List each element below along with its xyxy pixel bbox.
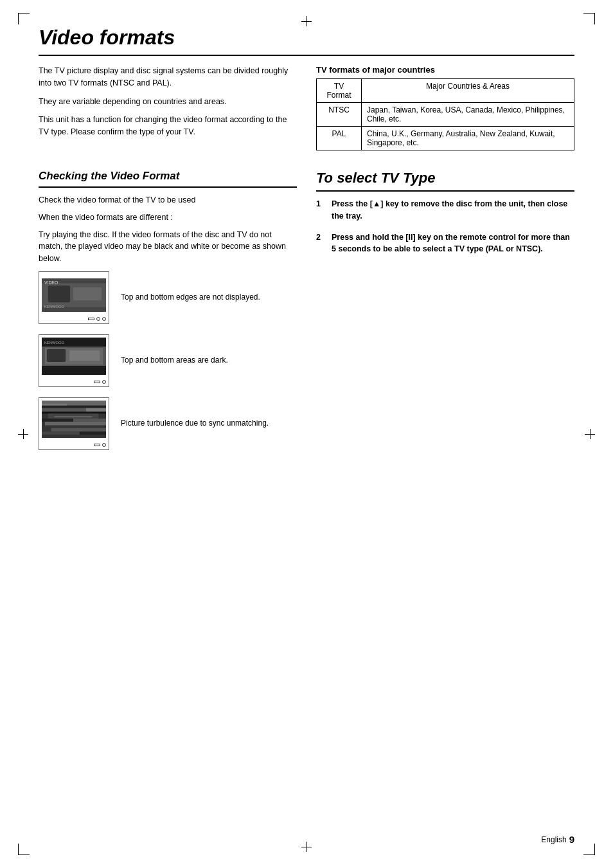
ctrl-dot	[96, 317, 100, 321]
table-header-row: TV Format Major Countries & Areas	[317, 79, 574, 103]
tv-image-2: KENWOOD	[39, 334, 109, 387]
ctrl-rect	[94, 444, 100, 446]
cross-mark-right	[585, 429, 595, 439]
svg-rect-26	[80, 431, 106, 435]
tv-example-3: Picture turbulence due to sync unmatchin…	[39, 397, 297, 450]
countries-ntsc: Japan, Taiwan, Korea, USA, Canada, Mexic…	[362, 103, 574, 127]
step-1-number: 1	[316, 198, 326, 222]
footer: English 9	[541, 834, 574, 845]
ctrl-dot	[102, 380, 106, 384]
tv-examples: VIDEO VIDEO KENWOOD	[39, 271, 297, 450]
tv-screen-inner-3	[42, 401, 106, 438]
tv-example-1: VIDEO VIDEO KENWOOD	[39, 271, 297, 324]
svg-rect-10	[47, 349, 66, 362]
svg-rect-16	[42, 408, 86, 411]
svg-rect-19	[48, 413, 98, 419]
footer-language: English	[541, 835, 566, 844]
tv-screen-3	[42, 401, 106, 438]
step-1-text: Press the [▲] key to remove the disc fro…	[332, 198, 574, 222]
checking-heading: Checking the Video Format	[39, 170, 297, 183]
svg-rect-27	[42, 404, 67, 406]
step-1: 1 Press the [▲] key to remove the disc f…	[316, 198, 574, 222]
countries-pal: China, U.K., Germany, Australia, New Zea…	[362, 127, 574, 150]
title-rule	[39, 55, 574, 56]
step-1-strong: Press the [▲] key to remove the disc fro…	[332, 199, 567, 221]
format-pal: PAL	[317, 127, 362, 150]
intro-p1: The TV picture display and disc signal s…	[39, 65, 297, 89]
tv-formats-table: TV Format Major Countries & Areas NTSC J…	[316, 78, 574, 150]
tv-controls-1	[39, 314, 109, 323]
select-tv-rule	[316, 190, 574, 192]
tv-image-3	[39, 397, 109, 450]
step-2: 2 Press and hold the [II] key on the rem…	[316, 231, 574, 256]
select-tv-section: To select TV Type 1 Press the [▲] key to…	[316, 170, 574, 460]
svg-rect-11	[69, 350, 100, 361]
tv-screen-2: KENWOOD	[42, 338, 106, 375]
checking-body: Check the video format of the TV to be u…	[39, 194, 297, 265]
select-tv-heading: To select TV Type	[316, 170, 574, 186]
tv-formats-heading: TV formats of major countries	[316, 65, 574, 75]
lower-section: Checking the Video Format Check the vide…	[39, 170, 574, 460]
corner-mark-tr	[583, 13, 595, 24]
col-header-format: TV Format	[317, 79, 362, 103]
tv-caption-1: Top and bottom edges are not displayed.	[121, 292, 260, 303]
svg-rect-24	[51, 428, 106, 431]
svg-text:KENWOOD: KENWOOD	[44, 341, 64, 345]
checking-rule	[39, 186, 297, 188]
svg-rect-3	[73, 287, 102, 300]
tv-screen-1: VIDEO VIDEO KENWOOD	[42, 278, 106, 312]
svg-rect-25	[42, 431, 80, 435]
svg-rect-21	[73, 419, 106, 422]
ctrl-rect	[94, 381, 100, 383]
svg-rect-23	[42, 425, 106, 428]
footer-page-number: 9	[569, 834, 574, 845]
ctrl-dot	[102, 443, 106, 447]
corner-mark-br	[583, 844, 595, 855]
tv-example-2: KENWOOD Top and bottom areas are dark.	[39, 334, 297, 387]
checking-p1: Check the video format of the TV to be u…	[39, 194, 297, 206]
checking-p3: Try playing the disc. If the video forma…	[39, 229, 297, 265]
step-2-text: Press and hold the [II] key on the remot…	[332, 231, 574, 256]
tv-caption-2: Top and bottom areas are dark.	[121, 355, 228, 366]
ctrl-rect	[88, 318, 94, 320]
page-title: Video formats	[39, 26, 574, 50]
top-section: The TV picture display and disc signal s…	[39, 65, 574, 150]
svg-rect-15	[42, 405, 106, 408]
intro-p2: They are variable depending on countries…	[39, 96, 297, 108]
table-row: NTSC Japan, Taiwan, Korea, USA, Canada, …	[317, 103, 574, 127]
intro-text: The TV picture display and disc signal s…	[39, 65, 297, 150]
svg-rect-2	[48, 285, 70, 302]
ctrl-dot	[102, 317, 106, 321]
svg-rect-17	[86, 408, 106, 411]
tv-controls-2	[39, 377, 109, 386]
format-ntsc: NTSC	[317, 103, 362, 127]
col-header-countries: Major Countries & Areas	[362, 79, 574, 103]
svg-rect-8	[42, 366, 106, 375]
tv-screen-inner-1: VIDEO VIDEO KENWOOD	[42, 278, 106, 312]
cross-mark-bottom	[301, 842, 312, 852]
table-row: PAL China, U.K., Germany, Australia, New…	[317, 127, 574, 150]
step-2-strong: Press and hold the [II] key on the remot…	[332, 233, 570, 254]
page: Video formats The TV picture display and…	[0, 0, 613, 868]
svg-rect-20	[42, 419, 73, 422]
step-2-number: 2	[316, 231, 326, 256]
tv-image-1: VIDEO VIDEO KENWOOD	[39, 271, 109, 324]
svg-rect-22	[45, 422, 106, 426]
steps-list: 1 Press the [▲] key to remove the disc f…	[316, 198, 574, 255]
svg-text:KENWOOD: KENWOOD	[44, 305, 64, 309]
checking-p2: When the video formats are different :	[39, 212, 297, 224]
tv-caption-3: Picture turbulence due to sync unmatchin…	[121, 418, 269, 429]
intro-p3: This unit has a function for changing th…	[39, 114, 297, 138]
svg-rect-28	[55, 416, 93, 417]
tv-controls-3	[39, 440, 109, 449]
svg-text:VIDEO: VIDEO	[44, 280, 58, 285]
svg-rect-18	[42, 411, 106, 413]
tv-screen-inner-2: KENWOOD	[42, 338, 106, 375]
checking-section: Checking the Video Format Check the vide…	[39, 170, 297, 460]
tv-formats-table-section: TV formats of major countries TV Format …	[316, 65, 574, 150]
corner-mark-bl	[18, 844, 30, 855]
cross-mark-left	[18, 429, 28, 439]
cross-mark-top	[301, 16, 312, 26]
corner-mark-tl	[18, 13, 30, 24]
